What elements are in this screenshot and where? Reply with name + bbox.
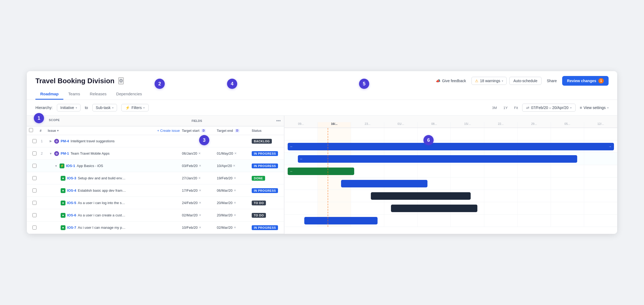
tab-dependencies[interactable]: Dependencies — [111, 89, 147, 100]
row-checkbox[interactable] — [32, 164, 36, 168]
gantt-row — [284, 128, 617, 140]
gantt-col-header: 15/... — [451, 122, 484, 128]
review-changes-button[interactable]: Review changes 1 — [562, 76, 609, 86]
chevron-down-icon: ▾ — [112, 106, 114, 109]
feedback-button[interactable]: 📣 Give feedback — [433, 77, 469, 85]
pm-icon: ◎ — [54, 151, 59, 156]
tab-releases[interactable]: Releases — [85, 89, 112, 100]
target-end-col: Target end — [217, 129, 233, 133]
date-clear-icon[interactable]: ✕ — [199, 213, 201, 217]
issue-id[interactable]: PM-1 — [61, 151, 69, 155]
gantt-section: 09... 16/... 23... 01/... 08... 15/... 2… — [284, 116, 617, 234]
more-options-icon[interactable]: ••• — [276, 118, 281, 123]
issue-id[interactable]: PM-4 — [61, 139, 69, 143]
table-section: SCOPE FIELDS ••• # Issue ▾ + Create issu… — [27, 116, 284, 234]
date-clear-icon[interactable]: ✕ — [234, 213, 236, 217]
status-cell: IN PROGRESS — [250, 188, 282, 193]
sync-icon: ⇄ — [526, 106, 529, 110]
hierarchy-to-select[interactable]: Sub-task ▾ — [92, 104, 117, 111]
date-clear-icon[interactable]: ✕ — [198, 176, 201, 180]
tab-teams[interactable]: Teams — [63, 89, 85, 100]
date-range-button[interactable]: ⇄ 07/Feb/20 – 20/Apr/20 ▾ — [522, 104, 575, 112]
create-issue-button[interactable]: + Create issue — [157, 129, 180, 133]
bar-left-arrow-icon: ← — [300, 157, 303, 161]
date-clear-icon[interactable]: ✕ — [234, 152, 237, 155]
row-checkbox[interactable] — [32, 176, 36, 180]
table-row: ■ IOS-5 As a user i can log into the sys… — [27, 197, 284, 209]
period-1y-button[interactable]: 1Y — [501, 105, 510, 111]
row-checkbox[interactable] — [32, 151, 36, 155]
row-checkbox[interactable] — [32, 188, 36, 193]
expand-icon[interactable]: ▼ — [49, 152, 53, 155]
target-end-cell: 10/Apr/20 ✕ — [215, 164, 250, 168]
date-clear-icon[interactable]: ✕ — [234, 201, 236, 205]
select-all-checkbox[interactable] — [29, 128, 33, 132]
feedback-label: Give feedback — [442, 79, 466, 83]
date-clear-icon[interactable]: ✕ — [199, 189, 201, 192]
issue-id[interactable]: IOS-7 — [67, 226, 76, 230]
chevron-down-icon: ▾ — [570, 106, 572, 109]
date-clear-icon[interactable]: ✕ — [198, 152, 201, 155]
target-start-cell: 02/Mar/20 ✕ — [180, 213, 215, 217]
gear-button[interactable]: ⚙ — [118, 77, 124, 84]
status-badge: TO DO — [252, 201, 266, 205]
issue-id[interactable]: IOS-1 — [66, 164, 75, 168]
date-clear-icon[interactable]: ✕ — [233, 164, 235, 168]
row-checkbox[interactable] — [32, 139, 36, 143]
bar-left-arrow-icon: ← — [290, 145, 293, 148]
issue-id[interactable]: IOS-4 — [67, 188, 76, 193]
status-badge: BACKLOG — [252, 139, 272, 144]
expand-icon[interactable]: ▼ — [54, 164, 58, 168]
date-clear-icon[interactable]: ✕ — [199, 164, 201, 168]
issue-id[interactable]: IOS-6 — [67, 213, 76, 217]
gantt-rows-container: ← → ← ← — [284, 128, 617, 227]
row-num: 1 — [40, 137, 48, 145]
date-clear-icon[interactable]: ✕ — [199, 226, 201, 229]
row-checkbox[interactable] — [32, 201, 36, 205]
annotation-4: 4 — [227, 79, 237, 89]
gantt-bar: ← → — [288, 143, 614, 150]
row-checkbox[interactable] — [32, 226, 36, 230]
share-button[interactable]: Share — [544, 77, 559, 85]
gantt-bar-done: ← — [288, 168, 354, 175]
issue-id[interactable]: IOS-5 — [67, 201, 76, 205]
date-clear-icon[interactable]: ✕ — [234, 176, 236, 180]
issue-title: App Basics - iOS — [77, 164, 103, 168]
target-start-cell: 10/Feb/20 ✕ — [180, 226, 215, 230]
table-row: 1 ▶ ◎ PM-4 Intelligent travel suggestion… — [27, 135, 284, 147]
hierarchy-from-select[interactable]: Initiative ▾ — [57, 104, 80, 111]
autoschedule-button[interactable]: Auto-schedule — [509, 77, 541, 85]
nav-tabs: Roadmap Teams Releases Dependencies — [35, 89, 609, 100]
gantt-col-header: 12/... — [584, 122, 617, 128]
period-fit-button[interactable]: Fit — [512, 105, 520, 111]
target-end-cell: 06/Mar/20 ✕ — [215, 188, 250, 193]
row-checkbox[interactable] — [32, 213, 36, 217]
target-end-d-badge: D — [235, 129, 239, 132]
status-cell: TO DO — [250, 201, 282, 205]
table-rows: 1 ▶ ◎ PM-4 Intelligent travel suggestion… — [27, 135, 284, 234]
feedback-icon: 📣 — [436, 79, 440, 83]
feat-icon: ■ — [61, 213, 65, 218]
header-top: Travel Booking Division ⚙ 📣 Give feedbac… — [35, 76, 609, 86]
target-start-cell: 17/Feb/20 ✕ — [180, 188, 215, 193]
view-settings-button[interactable]: ≡ View settings ▾ — [580, 106, 609, 110]
gantt-col-header-highlight: 16/... — [318, 122, 351, 128]
warnings-button[interactable]: ⚠ 18 warnings ▾ — [471, 77, 507, 85]
warnings-label: 18 warnings — [480, 79, 500, 83]
annotation-5: 5 — [359, 79, 369, 89]
status-cell: DONE — [250, 176, 282, 181]
tab-roadmap[interactable]: Roadmap — [35, 89, 63, 100]
expand-icon[interactable]: ▶ — [49, 139, 53, 143]
fields-header: FIELDS — [192, 119, 202, 122]
target-start-cell: 24/Feb/20 ✕ — [180, 201, 215, 205]
issue-id[interactable]: IOS-3 — [67, 176, 76, 180]
period-3m-button[interactable]: 3M — [490, 105, 499, 111]
target-start-col: Target start — [182, 129, 199, 133]
date-range-value: 07/Feb/20 – 20/Apr/20 — [531, 106, 568, 110]
row-num — [40, 213, 48, 217]
filters-button[interactable]: ⚡ Filters ▾ — [121, 104, 149, 111]
date-clear-icon[interactable]: ✕ — [234, 189, 236, 192]
header-actions: 📣 Give feedback ⚠ 18 warnings ▾ Auto-sch… — [433, 76, 609, 86]
date-clear-icon[interactable]: ✕ — [234, 226, 236, 229]
date-clear-icon[interactable]: ✕ — [199, 201, 201, 205]
